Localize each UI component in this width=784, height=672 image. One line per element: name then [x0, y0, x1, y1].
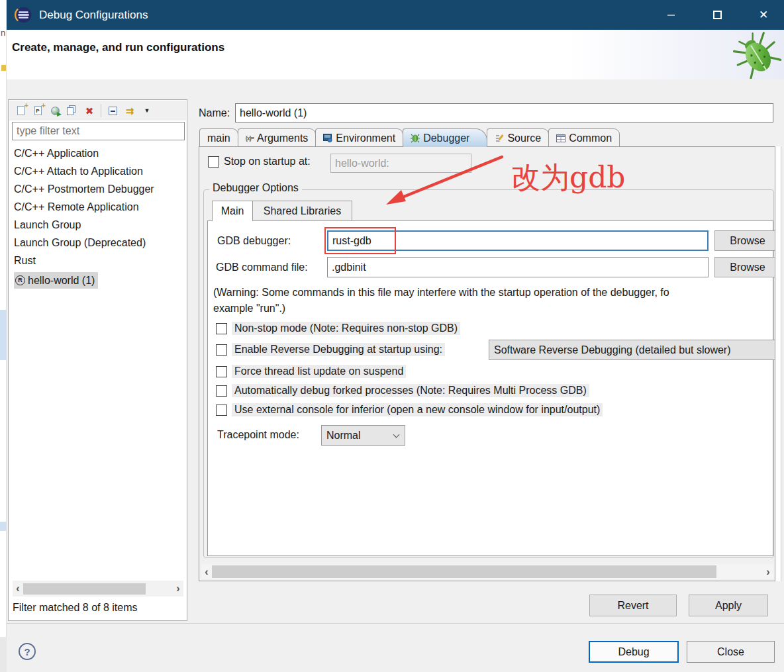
background-selection-fragment [0, 310, 7, 360]
minimize-button[interactable] [656, 0, 686, 30]
stop-on-startup-field[interactable]: hello-world: [330, 154, 471, 173]
tree-item[interactable]: C/C++ Attach to Application [9, 162, 186, 180]
scrollbar-thumb[interactable] [212, 565, 716, 578]
scroll-right-icon[interactable]: › [173, 583, 183, 594]
new-configuration-icon[interactable]: + [15, 105, 26, 117]
source-icon [495, 134, 504, 143]
sidebar-toolbar: + P+ ▶ ✖ ⇉ ▼ [9, 101, 186, 120]
arguments-icon: (x)= [246, 135, 254, 142]
tree-item[interactable]: Launch Group (Deprecated) [9, 234, 186, 252]
tab-common[interactable]: Common [548, 128, 620, 147]
scroll-left-icon[interactable]: ‹ [201, 567, 212, 577]
dialog-header: Create, manage, and run configurations [7, 30, 784, 79]
export-configurations-icon[interactable]: ▶ [49, 105, 61, 117]
filter-configurations-icon[interactable]: ⇉ [124, 105, 136, 117]
configuration-tree: C/C++ Application C/C++ Attach to Applic… [9, 144, 186, 287]
browse-gdb-debugger-button[interactable]: Browse [714, 230, 775, 251]
reverse-debugging-combo-value: Software Reverse Debugging (detailed but… [494, 344, 731, 356]
non-stop-mode-checkbox[interactable] [216, 323, 227, 334]
subtab-main[interactable]: Main [212, 201, 253, 221]
tab-main[interactable]: main [199, 128, 238, 147]
apply-button[interactable]: Apply [689, 595, 768, 616]
panel-right-gutter [775, 146, 781, 581]
tab-arguments[interactable]: (x)= Arguments [238, 128, 317, 147]
tab-debugger[interactable]: Debugger [403, 128, 487, 147]
tree-item[interactable]: C/C++ Application [9, 144, 186, 162]
debug-button[interactable]: Debug [589, 641, 679, 663]
new-prototype-icon[interactable]: P+ [32, 105, 44, 117]
tree-item-label: hello-world (1) [28, 271, 95, 289]
close-button[interactable]: Close [687, 641, 775, 663]
background-text-fragment: n [0, 28, 7, 38]
filter-input[interactable] [12, 122, 185, 140]
force-thread-row: Force thread list update on suspend [216, 365, 406, 378]
common-icon [556, 134, 565, 142]
toolbar-separator [101, 104, 101, 117]
tree-item[interactable]: C/C++ Remote Application [9, 198, 186, 216]
minimize-icon [667, 15, 675, 16]
name-label: Name: [199, 107, 230, 119]
tab-label: Arguments [257, 132, 308, 144]
collapse-all-icon[interactable] [107, 105, 119, 117]
tab-environment[interactable]: Environment [315, 128, 403, 147]
browse-gdb-command-file-button[interactable]: Browse [714, 257, 775, 277]
auto-fork-checkbox[interactable] [216, 385, 227, 397]
reverse-debugging-combo[interactable]: Software Reverse Debugging (detailed but… [489, 340, 775, 360]
annotation-text: 改为gdb [511, 163, 626, 192]
tab-source[interactable]: Source [487, 128, 549, 147]
background-icon-fragment [1, 65, 6, 71]
scroll-right-icon[interactable]: › [763, 567, 773, 577]
tracepoint-mode-combo[interactable]: Normal [321, 425, 405, 446]
warning-text-line1: (Warning: Some commands in this file may… [213, 287, 669, 299]
environment-icon [323, 134, 332, 142]
force-thread-checkbox[interactable] [216, 366, 227, 377]
background-selection-fragment [0, 522, 7, 531]
tree-item[interactable]: Launch Group [9, 216, 186, 234]
force-thread-label: Force thread list update on suspend [232, 365, 406, 378]
tree-item[interactable]: Rust [9, 252, 186, 269]
non-stop-mode-label: Non-stop mode (Note: Requires non-stop G… [232, 322, 460, 335]
name-input[interactable] [235, 103, 773, 122]
tracepoint-mode-label: Tracepoint mode: [217, 429, 299, 441]
view-menu-icon[interactable]: ▼ [141, 105, 153, 117]
debugger-options-group: Debugger Options Main Shared Libraries G… [203, 189, 774, 558]
close-window-button[interactable]: ✕ [748, 0, 779, 30]
header-title: Create, manage, and run configurations [12, 41, 224, 54]
gdb-command-file-input[interactable] [327, 257, 709, 277]
reverse-debugging-row: Enable Reverse Debugging at startup usin… [216, 343, 445, 356]
tree-item-selected[interactable]: R hello-world (1) [9, 269, 186, 287]
scrollbar-thumb[interactable] [23, 583, 146, 595]
stop-on-startup-checkbox[interactable] [208, 156, 219, 168]
stop-on-startup-row: Stop on startup at: [208, 156, 311, 168]
gdb-debugger-label: GDB debugger: [217, 235, 291, 247]
maximize-icon [713, 11, 722, 19]
rust-icon: R [15, 275, 25, 285]
footer-separator [7, 623, 784, 624]
configurations-sidebar: + P+ ▶ ✖ ⇉ ▼ C/C++ Application C/C++ Att… [8, 99, 187, 621]
gdb-debugger-input[interactable] [327, 230, 709, 251]
external-console-label: Use external console for inferior (open … [232, 403, 603, 416]
sidebar-horizontal-scrollbar[interactable]: ‹ › [13, 581, 183, 597]
reverse-debugging-checkbox[interactable] [216, 344, 227, 356]
warning-text-line2: example "run".) [213, 303, 285, 314]
maximize-button[interactable] [702, 0, 732, 30]
tab-label: Environment [336, 132, 395, 144]
subtab-shared-libraries[interactable]: Shared Libraries [253, 201, 352, 221]
help-button[interactable]: ? [19, 643, 36, 660]
stop-on-startup-label: Stop on startup at: [224, 156, 311, 168]
window-title: Debug Configurations [39, 9, 148, 22]
delete-icon[interactable]: ✖ [83, 105, 95, 117]
configuration-tabs: main (x)= Arguments Environment Debugger… [199, 128, 619, 147]
debugger-main-subtab-content: GDB debugger: Browse GDB command file: B… [207, 220, 773, 556]
bug-image [732, 31, 782, 79]
external-console-checkbox[interactable] [216, 405, 227, 416]
panel-horizontal-scrollbar[interactable]: ‹ › [201, 564, 773, 579]
revert-button[interactable]: Revert [589, 595, 677, 616]
background-statusbar-fragment [0, 637, 7, 672]
duplicate-icon[interactable] [66, 105, 78, 117]
debugger-options-title: Debugger Options [209, 182, 302, 194]
tree-item[interactable]: C/C++ Postmortem Debugger [9, 180, 186, 198]
tab-label: main [207, 132, 230, 144]
tab-label: Debugger [423, 132, 469, 144]
scroll-left-icon[interactable]: ‹ [13, 583, 23, 594]
